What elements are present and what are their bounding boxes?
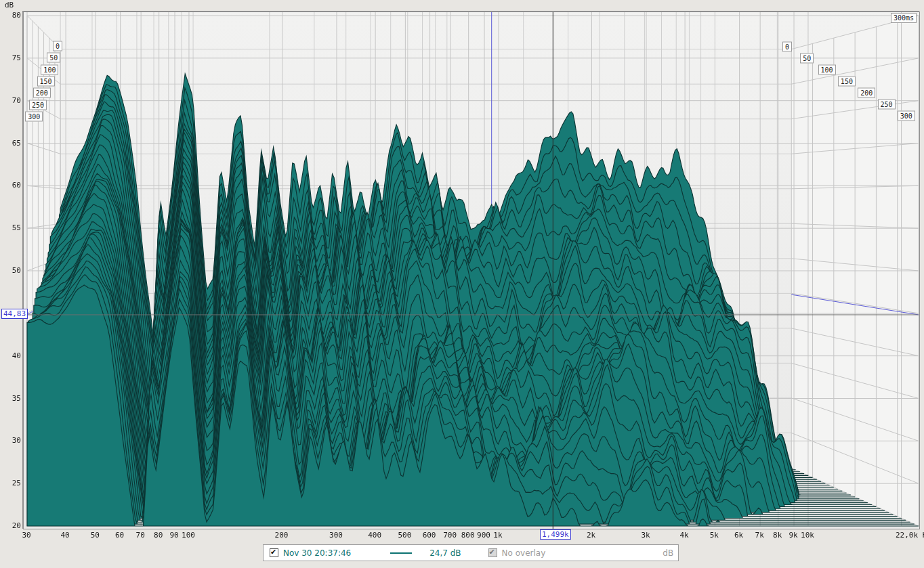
time-slice-label: 50	[47, 53, 60, 63]
x-tick-label: 90	[169, 531, 178, 540]
cursor-db-readout: 44,83	[1, 309, 28, 319]
trace-value: 24,7 dB	[429, 548, 461, 558]
time-slice-label: 250	[877, 100, 895, 110]
time-slice-label: 100	[41, 64, 58, 74]
x-tick-label: 700	[443, 531, 457, 540]
y-tick-label: 55	[12, 223, 21, 232]
x-tick-label: 9k	[789, 531, 797, 540]
cursor-frequency-readout: 1,499k	[540, 529, 571, 540]
x-tick-label: 7k	[755, 531, 764, 540]
x-tick-label: 2k	[587, 531, 595, 540]
x-tick-label: 5k	[710, 531, 719, 540]
x-tick-label: 500	[398, 531, 411, 540]
x-tick-label: 10k	[801, 531, 814, 540]
waterfall-3d-canvas[interactable]	[1, 1, 924, 568]
time-slice-label: 50	[800, 53, 814, 64]
x-tick-label: 60	[115, 531, 124, 540]
no-overlay-checkbox[interactable]	[488, 548, 497, 557]
x-tick-label: 200	[275, 531, 289, 540]
rew-waterfall-window: dB 807570656055504035302520 304050607080…	[0, 0, 924, 568]
x-tick-label: 800	[461, 531, 475, 540]
y-tick-label: 70	[12, 95, 21, 104]
y-tick-label: 60	[12, 181, 21, 190]
time-slice-label: 300	[25, 111, 43, 121]
x-tick-label: 6k	[734, 531, 743, 540]
db-axis-title: dB	[5, 1, 14, 9]
y-tick-label: 80	[12, 11, 21, 20]
x-tick-label: 50	[91, 531, 100, 540]
x-tick-label: 40	[60, 531, 69, 540]
y-tick-label: 20	[12, 521, 21, 530]
waterfall-plot-area[interactable]	[22, 11, 919, 529]
x-tick-label: 900	[477, 531, 490, 540]
time-slice-label: 0	[53, 41, 62, 51]
y-tick-label: 35	[12, 393, 21, 402]
y-tick-label: 75	[12, 53, 21, 62]
time-slice-label: 200	[858, 88, 875, 98]
y-tick-label: 50	[12, 266, 21, 275]
time-slice-label: 0	[782, 42, 792, 52]
time-slice-label: 250	[29, 100, 47, 110]
no-overlay-label: No overlay	[502, 548, 546, 558]
x-tick-label: 300	[329, 531, 343, 540]
x-tick-label: 100	[182, 531, 195, 540]
x-tick-label: 3k	[641, 531, 650, 540]
x-tick-label: 8k	[773, 531, 782, 540]
legend-bar: Nov 30 20:37:46 24,7 dB No overlay dB	[263, 544, 679, 561]
time-slice-label: 200	[33, 88, 51, 98]
y-tick-label: 30	[12, 436, 21, 445]
time-slice-label: 300	[898, 111, 915, 121]
time-slice-label: 150	[838, 77, 856, 87]
x-tick-label: 400	[368, 531, 381, 540]
time-slice-label: 150	[37, 76, 55, 86]
x-tick-label: 4k	[679, 531, 688, 540]
legend-unit-label: dB	[663, 548, 673, 558]
x-tick-label: 22,0k Hz	[896, 531, 924, 540]
x-tick-label: 600	[423, 531, 436, 540]
x-tick-label: 70	[136, 531, 145, 540]
x-tick-label: 30	[22, 531, 30, 540]
y-tick-label: 65	[12, 138, 21, 147]
x-tick-label: 1k	[493, 531, 502, 540]
time-axis-end-label: 300ms	[891, 13, 917, 23]
trace-color-line	[390, 552, 412, 554]
time-slice-label: 100	[818, 65, 836, 75]
measurement-label[interactable]: Nov 30 20:37:46	[283, 548, 351, 558]
y-tick-label: 25	[12, 479, 21, 487]
y-tick-label: 40	[12, 351, 21, 359]
x-tick-label: 80	[154, 531, 163, 540]
measurement-checkbox[interactable]	[270, 548, 278, 557]
